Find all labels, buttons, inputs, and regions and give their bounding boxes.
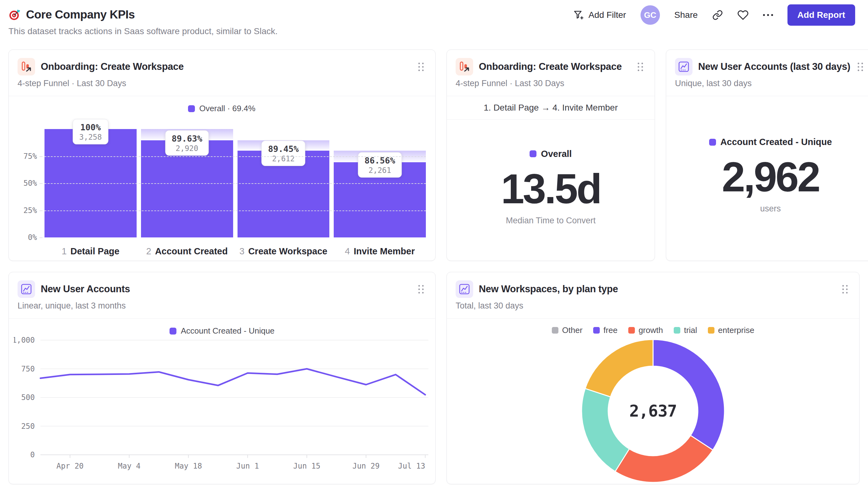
pie-legend-item[interactable]: trial bbox=[674, 325, 697, 335]
card-median-time-to-convert: Onboarding: Create Workspace 4-step Funn… bbox=[446, 50, 655, 261]
pie-legend-item[interactable]: Other bbox=[552, 325, 583, 335]
gridline bbox=[44, 183, 426, 184]
y-axis-label: 500 bbox=[21, 393, 34, 402]
card-subtitle: 4-step Funnel · Last 30 Days bbox=[9, 75, 435, 96]
drag-handle-icon[interactable] bbox=[416, 283, 426, 295]
card-onboarding-funnel: Onboarding: Create Workspace 4-step Funn… bbox=[8, 50, 436, 261]
funnel-plot: 75%50%25%0%100%3,25889.63%2,92089.45%2,6… bbox=[44, 129, 426, 237]
pie-total-value: 2,637 bbox=[629, 401, 677, 420]
funnel-step-label: 3Create Workspace bbox=[238, 246, 330, 257]
card-new-user-accounts-30d: New User Accounts (last 30 days) Unique,… bbox=[666, 50, 868, 261]
metric-legend[interactable]: Overall bbox=[530, 149, 571, 159]
line-series[interactable] bbox=[40, 369, 425, 395]
link-icon bbox=[712, 10, 723, 20]
pie-slice-trial[interactable] bbox=[582, 388, 629, 471]
x-axis-label: Jun 15 bbox=[293, 462, 320, 470]
funnel-step-label: 1Detail Page bbox=[44, 246, 136, 257]
y-axis-tick bbox=[39, 156, 42, 157]
heart-icon bbox=[737, 9, 749, 21]
funnel-chart-icon bbox=[18, 58, 35, 75]
y-axis-label: 1,000 bbox=[14, 336, 35, 345]
x-axis-label: May 18 bbox=[175, 462, 202, 470]
legend-swatch bbox=[552, 327, 558, 333]
gridline bbox=[44, 210, 426, 211]
funnel-bar-callout: 89.45%2,612 bbox=[262, 141, 306, 166]
funnel-step-label: 4Invite Member bbox=[334, 246, 426, 257]
y-axis-label: 750 bbox=[21, 365, 34, 373]
x-axis-label: May 4 bbox=[118, 462, 141, 470]
card-subtitle: Unique, last 30 days bbox=[666, 75, 868, 96]
line-chart[interactable]: 02505007501,000Apr 20May 4May 18Jun 1Jun… bbox=[14, 336, 431, 477]
more-menu-button[interactable] bbox=[763, 14, 773, 16]
funnel-legend[interactable]: Overall · 69.4% bbox=[18, 96, 426, 113]
conversion-count: 2,261 bbox=[365, 166, 395, 175]
donut-chart[interactable]: 2,637 bbox=[579, 337, 727, 485]
metric-label: Median Time to Convert bbox=[506, 216, 596, 226]
y-axis-tick bbox=[39, 183, 42, 184]
insights-chart-icon bbox=[456, 280, 473, 298]
y-axis-label: 0% bbox=[18, 233, 37, 242]
user-avatar[interactable]: GC bbox=[641, 5, 660, 25]
pie-legend-item[interactable]: enterprise bbox=[708, 325, 754, 335]
card-new-user-accounts-trend: New User Accounts Linear, unique, last 3… bbox=[8, 272, 436, 484]
funnel-chart-icon bbox=[456, 58, 473, 75]
pie-legend-item[interactable]: free bbox=[593, 325, 618, 335]
conversion-count: 2,612 bbox=[268, 155, 299, 163]
conversion-count: 3,258 bbox=[79, 133, 102, 141]
page-subtitle: This dataset tracks actions in Saas soft… bbox=[8, 26, 860, 36]
pie-legend-item[interactable]: growth bbox=[628, 325, 663, 335]
metric-value: 2,962 bbox=[722, 153, 819, 201]
filter-plus-icon bbox=[573, 9, 584, 21]
line-legend[interactable]: Account Created - Unique bbox=[9, 319, 435, 336]
funnel-bar-callout: 89.63%2,920 bbox=[165, 130, 209, 156]
share-button[interactable]: Share bbox=[674, 10, 698, 20]
legend-swatch bbox=[169, 328, 177, 334]
drag-handle-icon[interactable] bbox=[636, 61, 645, 73]
legend-swatch bbox=[709, 139, 716, 145]
legend-swatch bbox=[674, 327, 680, 333]
x-axis-label: Jun 29 bbox=[352, 462, 379, 470]
card-subtitle: Linear, unique, last 3 months bbox=[9, 298, 435, 318]
add-filter-button[interactable]: Add Filter bbox=[573, 9, 626, 21]
conversion-count: 2,920 bbox=[172, 144, 203, 153]
drag-handle-icon[interactable] bbox=[416, 61, 426, 73]
metric-label: users bbox=[760, 204, 781, 214]
legend-swatch bbox=[628, 327, 635, 333]
card-subtitle: 4-step Funnel · Last 30 Days bbox=[447, 75, 655, 96]
y-axis-label: 50% bbox=[18, 179, 37, 188]
page-title: Core Company KPIs bbox=[26, 8, 135, 21]
conversion-percent: 86.56% bbox=[365, 156, 395, 165]
metric-value: 13.5d bbox=[501, 165, 601, 213]
funnel-x-axis: 1Detail Page2Account Created3Create Work… bbox=[44, 246, 426, 257]
funnel-step-label: 2Account Created bbox=[141, 246, 233, 257]
drag-handle-icon[interactable] bbox=[840, 283, 850, 295]
insights-chart-icon bbox=[18, 280, 35, 298]
legend-swatch bbox=[188, 105, 195, 112]
funnel-bar-callout: 100%3,258 bbox=[73, 119, 108, 144]
pie-slice-growth[interactable] bbox=[615, 435, 713, 482]
pie-slice-free[interactable] bbox=[653, 339, 724, 450]
y-axis-tick bbox=[39, 237, 42, 238]
funnel-step-range: 1. Detail Page → 4. Invite Member bbox=[447, 96, 655, 119]
dashboard-page: Core Company KPIs This dataset tracks ac… bbox=[0, 0, 868, 484]
card-title: Onboarding: Create Workspace bbox=[41, 61, 411, 72]
conversion-percent: 89.63% bbox=[172, 134, 203, 143]
add-report-button[interactable]: Add Report bbox=[787, 4, 855, 26]
card-title: New User Accounts bbox=[41, 284, 411, 295]
gridline bbox=[44, 156, 426, 157]
y-axis-tick bbox=[39, 210, 42, 211]
copy-link-button[interactable] bbox=[712, 10, 723, 20]
y-axis-label: 0 bbox=[30, 450, 34, 459]
x-axis-label: Jun 1 bbox=[236, 462, 259, 470]
x-axis-label: Apr 20 bbox=[56, 462, 84, 470]
drag-handle-icon[interactable] bbox=[856, 61, 865, 73]
card-title: New Workspaces, by plan type bbox=[479, 284, 835, 295]
favorite-button[interactable] bbox=[737, 9, 749, 21]
legend-swatch bbox=[593, 327, 600, 333]
pie-slice-enterprise[interactable] bbox=[585, 339, 653, 397]
dashboard-header: Core Company KPIs This dataset tracks ac… bbox=[8, 0, 860, 36]
pie-legend: Otherfreegrowthtrialenterprise bbox=[447, 319, 859, 335]
metric-legend[interactable]: Account Created - Unique bbox=[709, 137, 832, 147]
target-emoji-icon bbox=[8, 8, 21, 21]
x-axis-label: Jul 13 bbox=[398, 462, 425, 470]
